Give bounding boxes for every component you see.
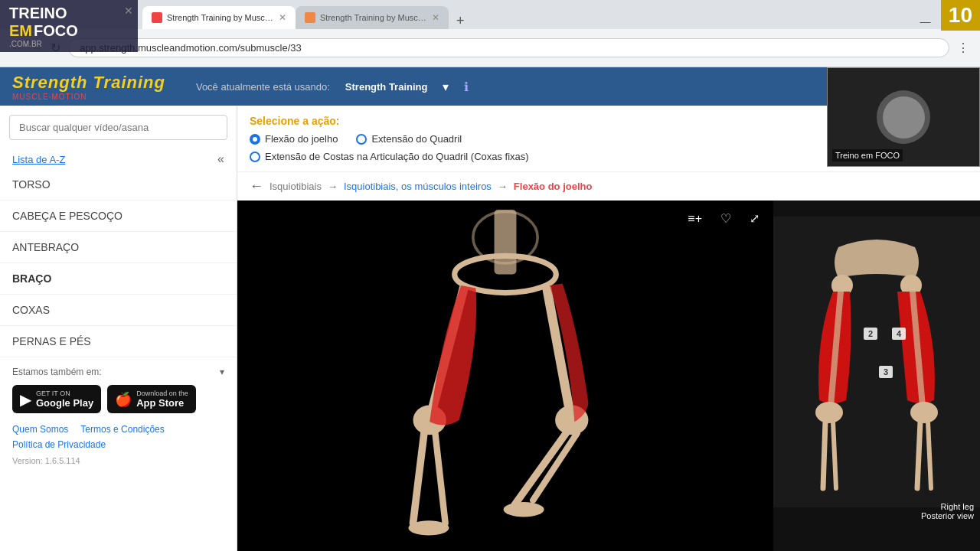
video-toolbar: ≡+ ♡ ⤢ [681,208,766,229]
tab-1-favicon [152,12,162,23]
muscle-view-label: Right leg Posterior view [921,502,974,520]
tab-2-title: Strength Training by Muscle&M... [320,13,427,22]
treino-logo: TREINO EM FOCO .COM.BR ✕ [0,0,138,52]
logo-strength: Strength Training [12,73,165,93]
ano-number: 10 [949,3,972,27]
browser-window: TREINO EM FOCO .COM.BR ✕ 10 Strength Tra… [0,0,980,551]
option-extensao-quadril[interactable]: Extensão do Quadril [356,133,462,145]
breadcrumb-flexao: Flexão do joelho [514,181,593,192]
sidebar-also: Estamos também em: ▾ [12,367,224,377]
sidebar-item-torso[interactable]: TORSO [0,169,237,201]
svg-text:4: 4 [897,329,902,338]
webcam-overlay: Treino em FOCO [827,67,980,167]
webcam-label: Treino em FOCO [832,149,903,161]
info-icon[interactable]: ℹ [464,80,469,94]
radio-extensao-costas[interactable] [250,152,260,162]
google-play-button[interactable]: ▶ GET IT ON Google Play [12,385,101,413]
svg-line-23 [917,422,920,488]
logo-muscle: MUSCLE·MOTION [12,93,165,101]
foco-text: FOCO [34,22,78,40]
collapse-icon[interactable]: « [217,152,224,166]
address-text: app.strength.muscleandmotion.com/submusc… [80,42,938,54]
header-product[interactable]: Strength Training [345,81,428,93]
svg-line-24 [928,422,931,488]
store-buttons: ▶ GET IT ON Google Play 🍎 Download on th… [12,385,224,413]
logo-area: Strength Training MUSCLE·MOTION [12,73,165,101]
privacidade-link[interactable]: Política de Privacidade [12,439,106,450]
browser-top: Strength Training by Muscle&M... ✕ Stren… [0,0,980,67]
breadcrumb: ← Isquiotibiais → Isquiotibiais, os músc… [237,172,980,201]
tab-bar: Strength Training by Muscle&M... ✕ Stren… [0,0,980,29]
quem-somos-link[interactable]: Quem Somos [12,424,68,435]
sidebar-item-pernas[interactable]: PERNAS E PÉS [0,326,237,357]
breadcrumb-musculos[interactable]: Isquiotibiais, os músculos inteiros [344,181,492,192]
em-text: EM [9,22,32,40]
svg-point-8 [408,520,449,535]
tab-2-favicon [305,12,315,23]
main-layout: Lista de A-Z « TORSO CABEÇA E PESCOÇO AN… [0,106,980,551]
svg-point-11 [504,502,544,517]
nav-bar: ← → ↻ app.strength.muscleandmotion.com/s… [0,29,980,67]
breadcrumb-arrow-2: → [498,181,508,192]
playlist-button[interactable]: ≡+ [681,208,708,229]
app-store-button[interactable]: 🍎 Download on the App Store [107,385,196,413]
play-icon: ▶ [20,390,31,409]
option-flexao[interactable]: Flexão do joelho [250,133,338,145]
breadcrumb-arrow-1: → [328,181,338,192]
address-bar[interactable]: app.strength.muscleandmotion.com/submusc… [68,38,949,57]
domain-text: .COM.BR [9,40,129,48]
tab-2-close[interactable]: ✕ [432,12,439,23]
muscle-diagram-svg: 2 4 3 [773,201,980,523]
chevron-down-icon[interactable]: ▾ [443,80,449,94]
svg-point-20 [910,402,938,423]
sidebar-item-coxas[interactable]: COXAS [0,295,237,326]
share-button[interactable]: ⤢ [743,208,766,229]
ano-badge: 10 [941,0,980,31]
tab-1[interactable]: Strength Training by Muscle&M... ✕ [142,6,296,29]
new-tab-button[interactable]: + [452,13,469,29]
back-icon[interactable]: ← [250,178,263,194]
tab-1-title: Strength Training by Muscle&M... [167,13,274,22]
favorite-button[interactable]: ♡ [714,208,737,229]
sidebar-links: Quem Somos Termos e Condições Política d… [12,424,224,450]
close-treino-icon[interactable]: ✕ [124,5,133,17]
header-using-label: Você atualmente está usando: [196,81,330,93]
sidebar: Lista de A-Z « TORSO CABEÇA E PESCOÇO AN… [0,106,237,551]
muscle-panel: 2 4 3 Right leg Posterior view [773,201,980,551]
tab-2[interactable]: Strength Training by Muscle&M... ✕ [296,6,449,29]
svg-line-22 [833,422,836,488]
minimize-button[interactable]: — [916,14,936,29]
version-text: Version: 1.6.5.114 [12,456,224,465]
apple-icon: 🍎 [115,391,132,408]
video-panel: ≡+ ♡ ⤢ ↺ -0:00 ⛶ [237,201,980,551]
content-area: Selecione a ação: Flexão do joelho Exten… [237,106,980,551]
svg-point-19 [815,402,843,423]
expand-icon[interactable]: ▾ [220,367,224,377]
termos-link[interactable]: Termos e Condições [80,424,164,435]
video-main: ≡+ ♡ ⤢ ↺ -0:00 ⛶ [237,201,773,551]
list-az-link[interactable]: Lista de A-Z [12,154,65,165]
settings-icon[interactable]: ⋮ [954,37,972,58]
svg-line-21 [823,422,825,488]
tab-1-close[interactable]: ✕ [279,12,286,23]
sidebar-item-antebraco[interactable]: ANTEBRAÇO [0,232,237,263]
nav-icons: ⋮ [954,37,972,58]
radio-flexao[interactable] [250,134,260,145]
sidebar-item-braco[interactable]: BRAÇO [0,263,237,295]
sidebar-search [9,115,227,140]
skeleton-svg [237,201,773,551]
radio-extensao-quadril[interactable] [356,134,367,145]
sidebar-list-header: Lista de A-Z « [0,149,237,169]
svg-text:2: 2 [868,329,873,338]
breadcrumb-isquiotibiais[interactable]: Isquiotibiais [270,181,322,192]
search-input[interactable] [9,115,227,140]
sidebar-item-cabeca[interactable]: CABEÇA E PESCOÇO [0,201,237,232]
sidebar-bottom: Estamos também em: ▾ ▶ GET IT ON Google … [0,357,237,474]
svg-text:3: 3 [884,367,888,377]
treino-text: TREINO [9,5,67,22]
